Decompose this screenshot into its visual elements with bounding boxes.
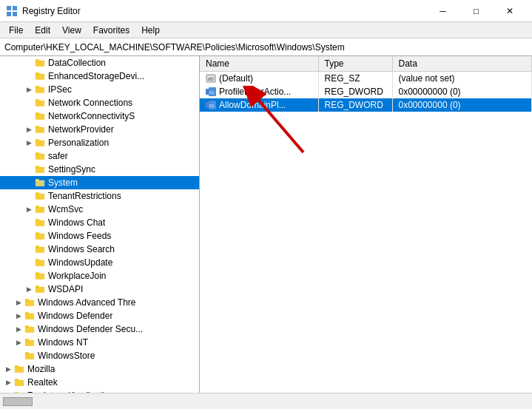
expand-icon-windowsupdate: [24, 257, 34, 268]
folder-icon-networkconnectivitys: [34, 111, 46, 121]
bottom-bar: [0, 393, 532, 409]
expand-icon-realtek[interactable]: ▶: [3, 377, 13, 388]
maximize-button[interactable]: □: [459, 0, 493, 22]
registry-table: Name Type Data ab(Default)REG_SZ(value n…: [200, 56, 532, 112]
expand-icon-ipsec[interactable]: ▶: [24, 84, 34, 95]
tree-container: DataCollection EnhancedStorageDevi...▶ I…: [0, 56, 199, 393]
col-name[interactable]: Name: [200, 56, 318, 71]
close-button[interactable]: ✕: [493, 0, 526, 22]
expand-icon-windowsadvthre[interactable]: ▶: [13, 297, 24, 308]
expand-icon-wcmsvc[interactable]: ▶: [24, 204, 34, 214]
tree-item-windowsnt[interactable]: ▶ Windows NT: [0, 336, 199, 349]
menu-item-edit[interactable]: Edit: [29, 24, 56, 37]
app-title: Registry Editor: [22, 6, 81, 16]
tree-item-windowssearch[interactable]: Windows Search: [0, 243, 199, 256]
expand-icon-settingsync: [24, 164, 34, 175]
expand-icon-windowsdefendersec[interactable]: ▶: [13, 324, 24, 334]
tree-label-windowschat: Windows Chat: [48, 217, 105, 228]
tree-item-tenantrestrictions[interactable]: TenantRestrictions: [0, 189, 199, 203]
tree-item-windowsadvthre[interactable]: ▶ Windows Advanced Thre: [0, 296, 199, 309]
cell-type-allowdomainpl: REG_DWORD: [318, 98, 392, 112]
tree-item-windowsstore[interactable]: WindowsStore: [0, 349, 199, 362]
tree-item-personalization[interactable]: ▶ Personalization: [0, 136, 199, 149]
tree-label-windowsdefender: Windows Defender: [38, 311, 112, 321]
tree-item-networkconnectivitys[interactable]: NetworkConnectivityS: [0, 109, 199, 123]
tree-label-windowsstore: WindowsStore: [38, 351, 95, 361]
tree-item-realtek[interactable]: ▶ Realtek: [0, 376, 199, 389]
cell-data-allowdomainpl: 0x00000000 (0): [392, 98, 532, 112]
expand-icon-registeredapps: [3, 391, 13, 393]
folder-icon-safer: [34, 151, 46, 161]
tree-label-windowsupdate: WindowsUpdate: [48, 257, 112, 268]
expand-icon-wsdapi[interactable]: ▶: [24, 284, 34, 294]
tree-item-windowschat[interactable]: Windows Chat: [0, 216, 199, 229]
tree-item-windowsupdate[interactable]: WindowsUpdate: [0, 256, 199, 269]
tree-label-windowsdefendersec: Windows Defender Secu...: [38, 324, 143, 334]
cell-type-profileerror: REG_DWORD: [318, 85, 392, 98]
table-row[interactable]: 01AllowDomainPl...REG_DWORD0x00000000 (0…: [200, 98, 532, 112]
folder-icon-windowsstore: [24, 351, 36, 361]
scroll-thumb[interactable]: [3, 397, 33, 406]
expand-icon-windowsfeeds: [24, 231, 34, 241]
cell-type-default: REG_SZ: [318, 71, 392, 85]
tree-item-ipsec[interactable]: ▶ IPSec: [0, 83, 199, 96]
tree-item-enhancedstorage[interactable]: EnhancedStorageDevi...: [0, 70, 199, 83]
expand-icon-personalization[interactable]: ▶: [24, 138, 34, 148]
cell-data-profileerror: 0x00000000 (0): [392, 85, 532, 98]
folder-icon-settingsync: [34, 164, 46, 175]
tree-label-safer: safer: [48, 151, 68, 161]
tree-item-windowsfeeds[interactable]: Windows Feeds: [0, 229, 199, 243]
expand-icon-windowsdefender[interactable]: ▶: [13, 311, 24, 321]
table-row[interactable]: ab(Default)REG_SZ(value not set): [200, 71, 532, 85]
expand-icon-mozilla[interactable]: ▶: [3, 364, 13, 374]
expand-icon-system: [24, 178, 34, 188]
tree-label-realtek: Realtek: [27, 377, 58, 388]
folder-icon-windowsfeeds: [34, 231, 46, 241]
tree-item-system[interactable]: System: [0, 176, 199, 189]
tree-label-mozilla: Mozilla: [27, 364, 55, 374]
menu-item-view[interactable]: View: [56, 24, 87, 37]
tree-item-wcmsvc[interactable]: ▶ WcmSvc: [0, 203, 199, 216]
expand-icon-windowschat: [24, 217, 34, 228]
tree-item-wsdapi[interactable]: ▶ WSDAPI: [0, 283, 199, 296]
expand-icon-networkprovider[interactable]: ▶: [24, 124, 34, 135]
tree-item-registeredapps[interactable]: RegisteredApplications: [0, 389, 199, 393]
menu-item-file[interactable]: File: [3, 24, 29, 37]
tree-item-networkprovider[interactable]: ▶ NetworkProvider: [0, 123, 199, 136]
tree-item-datacollection[interactable]: DataCollection: [0, 56, 199, 70]
expand-icon-enhancedstorage: [24, 71, 34, 81]
tree-item-workplacejoin[interactable]: WorkplaceJoin: [0, 269, 199, 283]
folder-icon-windowsadvthre: [24, 297, 36, 308]
minimize-button[interactable]: ─: [426, 0, 459, 22]
table-row[interactable]: 01ProfileErrorActio...REG_DWORD0x0000000…: [200, 85, 532, 98]
expand-icon-datacollection: [24, 58, 34, 68]
tree-item-mozilla[interactable]: ▶ Mozilla: [0, 362, 199, 376]
expand-icon-networkconnections: [24, 98, 34, 108]
menu-item-help[interactable]: Help: [135, 24, 166, 37]
folder-icon-wcmsvc: [34, 204, 46, 214]
tree-item-windowsdefendersec[interactable]: ▶ Windows Defender Secu...: [0, 322, 199, 336]
tree-label-settingsync: SettingSync: [48, 164, 95, 175]
app-icon: [6, 5, 18, 17]
col-data[interactable]: Data: [392, 56, 532, 71]
svg-rect-1: [13, 6, 17, 10]
name-text-allowdomainpl: AllowDomainPl...: [219, 100, 286, 110]
cell-name-profileerror: 01ProfileErrorActio...: [200, 85, 318, 98]
folder-icon-mozilla: [13, 364, 25, 374]
col-type[interactable]: Type: [318, 56, 392, 71]
tree-label-ipsec: IPSec: [48, 84, 72, 95]
tree-panel[interactable]: DataCollection EnhancedStorageDevi...▶ I…: [0, 56, 200, 393]
name-text-default: (Default): [219, 73, 253, 84]
horizontal-scrollbar[interactable]: [3, 397, 529, 406]
tree-label-wsdapi: WSDAPI: [48, 284, 83, 294]
reg-icon-default: ab: [206, 74, 216, 83]
tree-item-safer[interactable]: safer: [0, 149, 199, 163]
expand-icon-windowsnt[interactable]: ▶: [13, 337, 24, 348]
tree-item-networkconnections[interactable]: Network Connections: [0, 96, 199, 109]
folder-icon-system: [34, 178, 46, 188]
tree-item-settingsync[interactable]: SettingSync: [0, 163, 199, 176]
main-area: DataCollection EnhancedStorageDevi...▶ I…: [0, 56, 532, 393]
folder-icon-workplacejoin: [34, 271, 46, 281]
tree-item-windowsdefender[interactable]: ▶ Windows Defender: [0, 309, 199, 322]
menu-item-favorites[interactable]: Favorites: [87, 24, 135, 37]
